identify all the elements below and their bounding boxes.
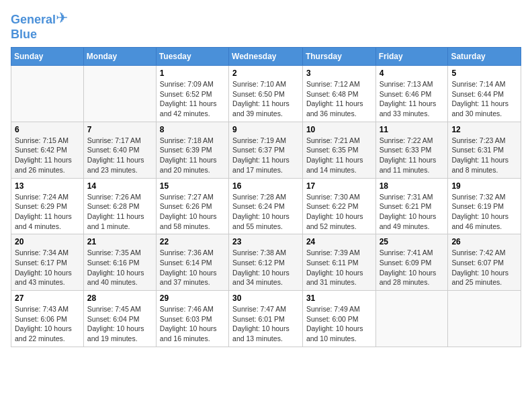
calendar-cell: 12Sunrise: 7:23 AMSunset: 6:31 PMDayligh… <box>448 122 521 178</box>
sunset-text: Sunset: 6:03 PM <box>160 315 212 323</box>
calendar-cell: 9Sunrise: 7:19 AMSunset: 6:37 PMDaylight… <box>229 122 303 178</box>
sunset-text: Sunset: 6:22 PM <box>306 202 359 210</box>
day-info: Sunrise: 7:42 AMSunset: 6:07 PMDaylight:… <box>451 248 517 287</box>
daylight-text: Daylight: 11 hours and 36 minutes. <box>306 99 363 118</box>
sunset-text: Sunset: 6:19 PM <box>451 202 504 210</box>
calendar-cell: 27Sunrise: 7:43 AMSunset: 6:06 PMDayligh… <box>11 291 84 347</box>
daylight-text: Daylight: 10 hours and 22 minutes. <box>15 324 72 342</box>
sunrise-text: Sunrise: 7:28 AM <box>232 193 286 201</box>
day-info: Sunrise: 7:17 AMSunset: 6:40 PMDaylight:… <box>87 136 152 175</box>
daylight-text: Daylight: 10 hours and 52 minutes. <box>306 212 363 230</box>
day-number: 26 <box>451 237 517 246</box>
day-info: Sunrise: 7:35 AMSunset: 6:16 PMDaylight:… <box>87 248 152 287</box>
daylight-text: Daylight: 11 hours and 42 minutes. <box>160 99 217 118</box>
calendar-week-4: 20Sunrise: 7:34 AMSunset: 6:17 PMDayligh… <box>11 234 521 291</box>
daylight-text: Daylight: 11 hours and 17 minutes. <box>232 156 290 174</box>
day-info: Sunrise: 7:24 AMSunset: 6:29 PMDaylight:… <box>15 192 80 232</box>
daylight-text: Daylight: 10 hours and 37 minutes. <box>160 269 217 287</box>
calendar-cell <box>375 291 448 347</box>
calendar-cell: 15Sunrise: 7:27 AMSunset: 6:26 PMDayligh… <box>156 178 228 234</box>
sunset-text: Sunset: 6:39 PM <box>160 146 212 154</box>
calendar-cell: 4Sunrise: 7:13 AMSunset: 6:46 PMDaylight… <box>375 66 448 122</box>
sunset-text: Sunset: 6:31 PM <box>451 146 504 154</box>
day-info: Sunrise: 7:28 AMSunset: 6:24 PMDaylight:… <box>232 192 299 232</box>
sunrise-text: Sunrise: 7:26 AM <box>87 193 141 201</box>
sunrise-text: Sunrise: 7:19 AM <box>232 136 286 144</box>
calendar-cell: 31Sunrise: 7:49 AMSunset: 6:00 PMDayligh… <box>302 291 375 347</box>
calendar-table: SundayMondayTuesdayWednesdayThursdayFrid… <box>11 47 521 347</box>
calendar-cell: 28Sunrise: 7:45 AMSunset: 6:04 PMDayligh… <box>83 291 156 347</box>
sunset-text: Sunset: 6:48 PM <box>306 90 359 98</box>
calendar-cell: 18Sunrise: 7:31 AMSunset: 6:21 PMDayligh… <box>375 178 448 234</box>
sunrise-text: Sunrise: 7:43 AM <box>15 305 69 313</box>
sunrise-text: Sunrise: 7:41 AM <box>380 248 433 257</box>
sunset-text: Sunset: 6:28 PM <box>87 202 140 210</box>
day-number: 21 <box>87 237 152 246</box>
day-info: Sunrise: 7:21 AMSunset: 6:35 PMDaylight:… <box>306 136 372 175</box>
calendar-week-2: 6Sunrise: 7:15 AMSunset: 6:42 PMDaylight… <box>11 122 521 178</box>
day-info: Sunrise: 7:43 AMSunset: 6:06 PMDaylight:… <box>15 304 80 344</box>
logo-blue: Blue <box>11 28 37 40</box>
calendar-cell: 5Sunrise: 7:14 AMSunset: 6:44 PMDaylight… <box>448 66 521 122</box>
sunset-text: Sunset: 6:06 PM <box>15 315 67 323</box>
sunset-text: Sunset: 6:40 PM <box>87 146 140 154</box>
day-info: Sunrise: 7:23 AMSunset: 6:31 PMDaylight:… <box>451 136 517 175</box>
calendar-cell: 30Sunrise: 7:47 AMSunset: 6:01 PMDayligh… <box>229 291 303 347</box>
sunrise-text: Sunrise: 7:21 AM <box>306 136 360 144</box>
calendar-cell: 6Sunrise: 7:15 AMSunset: 6:42 PMDaylight… <box>11 122 84 178</box>
daylight-text: Daylight: 10 hours and 13 minutes. <box>232 324 290 342</box>
sunset-text: Sunset: 6:46 PM <box>380 90 432 98</box>
calendar-cell: 10Sunrise: 7:21 AMSunset: 6:35 PMDayligh… <box>302 122 375 178</box>
sunrise-text: Sunrise: 7:31 AM <box>380 193 433 201</box>
sunset-text: Sunset: 6:09 PM <box>380 259 432 267</box>
day-info: Sunrise: 7:14 AMSunset: 6:44 PMDaylight:… <box>451 79 517 119</box>
sunrise-text: Sunrise: 7:47 AM <box>232 305 286 313</box>
daylight-text: Daylight: 11 hours and 20 minutes. <box>160 156 217 174</box>
daylight-text: Daylight: 11 hours and 39 minutes. <box>232 99 290 118</box>
day-info: Sunrise: 7:09 AMSunset: 6:52 PMDaylight:… <box>160 79 225 119</box>
calendar-week-5: 27Sunrise: 7:43 AMSunset: 6:06 PMDayligh… <box>11 291 521 347</box>
sunset-text: Sunset: 6:29 PM <box>15 202 67 210</box>
day-number: 31 <box>306 293 372 303</box>
calendar-cell: 1Sunrise: 7:09 AMSunset: 6:52 PMDaylight… <box>156 66 228 122</box>
calendar-cell <box>83 66 156 122</box>
day-number: 3 <box>306 68 372 78</box>
logo-text: General <box>11 13 56 26</box>
sunrise-text: Sunrise: 7:32 AM <box>451 193 505 201</box>
daylight-text: Daylight: 10 hours and 43 minutes. <box>15 269 72 287</box>
day-number: 12 <box>451 125 517 134</box>
sunrise-text: Sunrise: 7:30 AM <box>306 193 360 201</box>
day-number: 22 <box>160 237 225 246</box>
calendar-cell: 26Sunrise: 7:42 AMSunset: 6:07 PMDayligh… <box>448 234 521 291</box>
daylight-text: Daylight: 11 hours and 30 minutes. <box>451 99 508 118</box>
day-info: Sunrise: 7:18 AMSunset: 6:39 PMDaylight:… <box>160 136 225 175</box>
day-number: 11 <box>380 125 445 134</box>
day-info: Sunrise: 7:12 AMSunset: 6:48 PMDaylight:… <box>306 79 372 119</box>
weekday-header-wednesday: Wednesday <box>229 48 303 66</box>
calendar-cell: 14Sunrise: 7:26 AMSunset: 6:28 PMDayligh… <box>83 178 156 234</box>
sunset-text: Sunset: 6:17 PM <box>15 259 67 267</box>
day-number: 1 <box>160 68 225 78</box>
day-number: 5 <box>451 68 517 78</box>
day-number: 24 <box>306 237 372 246</box>
day-number: 28 <box>87 293 152 303</box>
daylight-text: Daylight: 10 hours and 58 minutes. <box>160 212 217 230</box>
calendar-cell: 17Sunrise: 7:30 AMSunset: 6:22 PMDayligh… <box>302 178 375 234</box>
daylight-text: Daylight: 10 hours and 31 minutes. <box>306 269 363 287</box>
daylight-text: Daylight: 10 hours and 46 minutes. <box>451 212 508 230</box>
sunrise-text: Sunrise: 7:24 AM <box>15 193 69 201</box>
day-number: 20 <box>15 237 80 246</box>
day-info: Sunrise: 7:46 AMSunset: 6:03 PMDaylight:… <box>160 304 225 344</box>
sunrise-text: Sunrise: 7:45 AM <box>87 305 141 313</box>
weekday-header-saturday: Saturday <box>448 48 521 66</box>
sunset-text: Sunset: 6:14 PM <box>160 259 212 267</box>
day-info: Sunrise: 7:26 AMSunset: 6:28 PMDaylight:… <box>87 192 152 232</box>
daylight-text: Daylight: 10 hours and 19 minutes. <box>87 324 144 342</box>
calendar-cell: 8Sunrise: 7:18 AMSunset: 6:39 PMDaylight… <box>156 122 228 178</box>
daylight-text: Daylight: 11 hours and 23 minutes. <box>87 156 144 174</box>
calendar-cell: 29Sunrise: 7:46 AMSunset: 6:03 PMDayligh… <box>156 291 228 347</box>
calendar-cell: 13Sunrise: 7:24 AMSunset: 6:29 PMDayligh… <box>11 178 84 234</box>
daylight-text: Daylight: 11 hours and 14 minutes. <box>306 156 363 174</box>
day-info: Sunrise: 7:31 AMSunset: 6:21 PMDaylight:… <box>380 192 445 232</box>
day-info: Sunrise: 7:27 AMSunset: 6:26 PMDaylight:… <box>160 192 225 232</box>
